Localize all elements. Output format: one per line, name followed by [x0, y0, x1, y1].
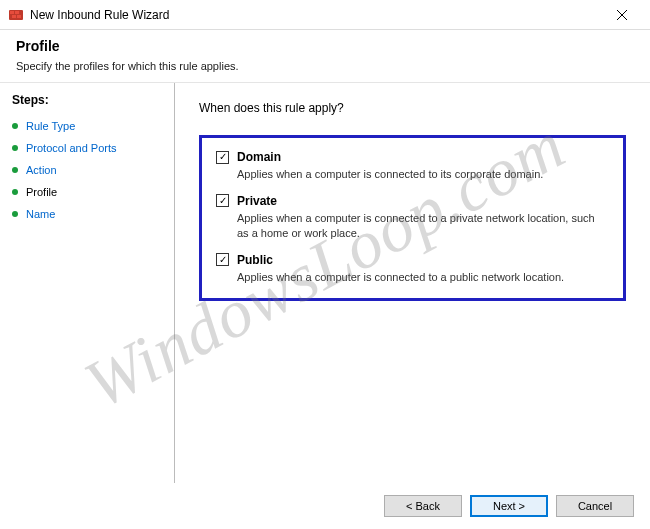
next-button[interactable]: Next > [470, 495, 548, 517]
question-text: When does this rule apply? [199, 101, 626, 115]
steps-label: Steps: [12, 93, 162, 107]
option-label: Private [237, 194, 277, 208]
step-label: Name [26, 208, 55, 220]
bullet-icon [12, 123, 18, 129]
step-action[interactable]: Action [12, 159, 162, 181]
step-label: Profile [26, 186, 57, 198]
option-desc: Applies when a computer is connected to … [237, 270, 609, 285]
step-rule-type[interactable]: Rule Type [12, 115, 162, 137]
checkbox-domain[interactable]: ✓ [216, 151, 229, 164]
bullet-icon [12, 211, 18, 217]
options-group: ✓ Domain Applies when a computer is conn… [199, 135, 626, 301]
page-subtitle: Specify the profiles for which this rule… [16, 60, 634, 72]
step-label: Protocol and Ports [26, 142, 117, 154]
page-title: Profile [16, 38, 634, 54]
option-private: ✓ Private Applies when a computer is con… [216, 194, 609, 241]
close-icon [617, 10, 627, 20]
checkbox-public[interactable]: ✓ [216, 253, 229, 266]
steps-sidebar: Steps: Rule Type Protocol and Ports Acti… [0, 83, 175, 483]
wizard-body: Steps: Rule Type Protocol and Ports Acti… [0, 83, 650, 483]
option-label: Domain [237, 150, 281, 164]
bullet-icon [12, 189, 18, 195]
svg-rect-1 [10, 11, 14, 14]
step-label: Rule Type [26, 120, 75, 132]
step-label: Action [26, 164, 57, 176]
step-protocol-and-ports[interactable]: Protocol and Ports [12, 137, 162, 159]
checkbox-private[interactable]: ✓ [216, 194, 229, 207]
titlebar: New Inbound Rule Wizard [0, 0, 650, 30]
bullet-icon [12, 167, 18, 173]
option-desc: Applies when a computer is connected to … [237, 167, 609, 182]
step-name[interactable]: Name [12, 203, 162, 225]
svg-rect-2 [15, 11, 19, 14]
window-title: New Inbound Rule Wizard [30, 8, 602, 22]
svg-rect-4 [17, 15, 21, 18]
option-label: Public [237, 253, 273, 267]
firewall-icon [8, 7, 24, 23]
close-button[interactable] [602, 1, 642, 29]
back-button[interactable]: < Back [384, 495, 462, 517]
bullet-icon [12, 145, 18, 151]
option-domain: ✓ Domain Applies when a computer is conn… [216, 150, 609, 182]
content-pane: When does this rule apply? ✓ Domain Appl… [175, 83, 650, 483]
step-profile[interactable]: Profile [12, 181, 162, 203]
button-row: < Back Next > Cancel [384, 495, 634, 517]
cancel-button[interactable]: Cancel [556, 495, 634, 517]
wizard-header: Profile Specify the profiles for which t… [0, 30, 650, 83]
option-desc: Applies when a computer is connected to … [237, 211, 609, 241]
option-public: ✓ Public Applies when a computer is conn… [216, 253, 609, 285]
svg-rect-3 [12, 15, 16, 18]
